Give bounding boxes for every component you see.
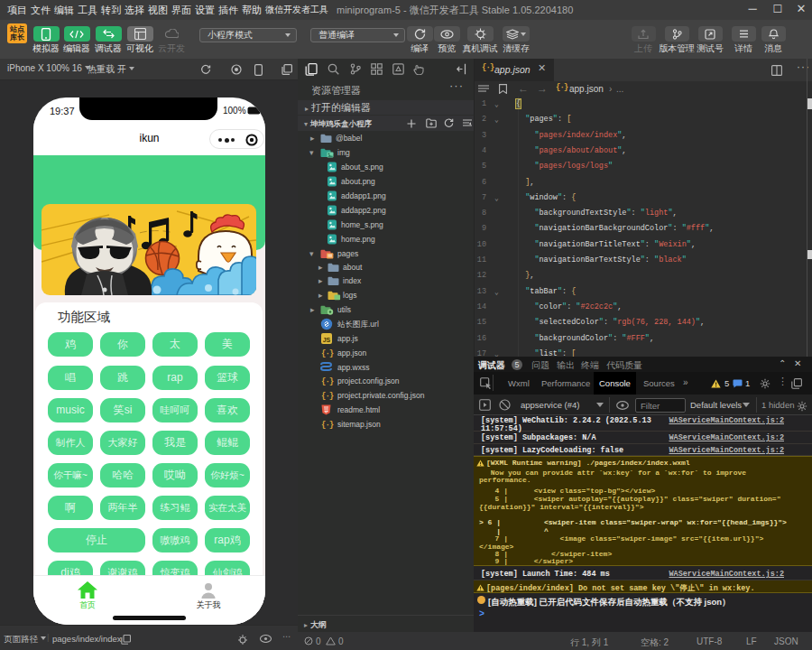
svg-text:JS: JS [323, 337, 331, 343]
